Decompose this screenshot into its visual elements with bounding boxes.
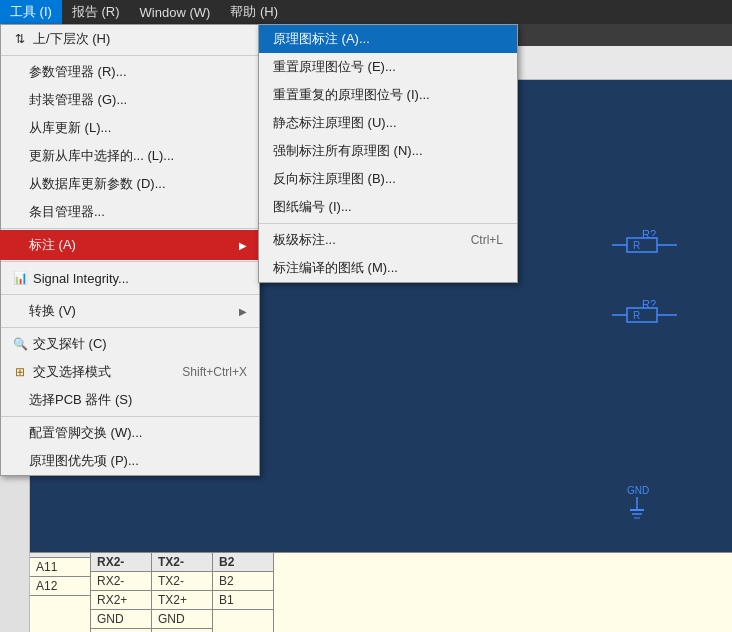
convert-arrow-icon: ▶ (239, 306, 247, 317)
menu-label-pad-swap: 配置管脚交换 (W)... (29, 424, 247, 442)
submenu-item-reverse-annotate[interactable]: 反向标注原理图 (B)... (259, 165, 517, 193)
submenu-label-annotate-sch: 原理图标注 (A)... (273, 30, 370, 48)
annotate-submenu: 原理图标注 (A)... 重置原理图位号 (E)... 重置重复的原理图位号 (… (258, 24, 518, 283)
menubar: 工具 (I) 报告 (R) Window (W) 帮助 (H) (0, 0, 732, 24)
bt-cell-2-1: RX2- (91, 572, 151, 591)
menu-item-select-pcb[interactable]: 选择PCB 器件 (S) (1, 386, 259, 414)
bottom-table-col-4: B2 B2 B1 (213, 553, 274, 632)
menu-sep-4 (1, 294, 259, 295)
submenu-item-reset-dup[interactable]: 重置重复的原理图位号 (I)... (259, 81, 517, 109)
submenu-sep-1 (259, 223, 517, 224)
resistor-value-1: R (633, 240, 640, 251)
menu-label-pkg-mgr: 封装管理器 (G)... (29, 91, 247, 109)
signal-integrity-icon: 📊 (11, 269, 29, 287)
menubar-report[interactable]: 报告 (R) (62, 0, 130, 24)
submenu-label-board-level: 板级标注... (273, 231, 336, 249)
menu-item-pad-swap[interactable]: 配置管脚交换 (W)... (1, 419, 259, 447)
submenu-label-annotate-compiled: 标注编译的图纸 (M)... (273, 259, 398, 277)
menu-sep-6 (1, 416, 259, 417)
menu-sep-2 (1, 228, 259, 229)
gnd-label-1: GND (627, 485, 649, 496)
resistor-value-2: R (633, 310, 640, 321)
bt-cell-3-3: GND (152, 610, 212, 629)
cross-select-icon: ⊞ (11, 363, 29, 381)
schematic-svg: R? R R? R (612, 220, 712, 380)
menu-label-cross-select: 交叉选择模式 (33, 363, 166, 381)
menu-item-up-down[interactable]: ⇅ 上/下层次 (H) (1, 25, 259, 53)
up-down-icon: ⇅ (11, 30, 29, 48)
menu-label-update-params-db: 从数据库更新参数 (D)... (29, 175, 247, 193)
menu-label-up-down: 上/下层次 (H) (33, 30, 247, 48)
menu-item-signal-integrity[interactable]: 📊 Signal Integrity... (1, 264, 259, 292)
svg-rect-4 (627, 308, 657, 322)
submenu-item-sheet-numbering[interactable]: 图纸编号 (I)... (259, 193, 517, 221)
submenu-item-board-level[interactable]: 板级标注... Ctrl+L (259, 226, 517, 254)
menu-label-convert: 转换 (V) (29, 302, 239, 320)
bt-cell-4-2: B1 (213, 591, 273, 610)
bt-cell-1-1: A11 (30, 558, 90, 577)
menu-item-sch-prefs[interactable]: 原理图优先项 (P)... (1, 447, 259, 475)
bt-cell-3-2: TX2+ (152, 591, 212, 610)
menubar-help[interactable]: 帮助 (H) (220, 0, 288, 24)
bt-header-2: RX2- (91, 553, 151, 572)
submenu-label-reset-pos: 重置原理图位号 (E)... (273, 58, 396, 76)
submenu-item-force-annotate[interactable]: 强制标注所有原理图 (N)... (259, 137, 517, 165)
menu-label-update-sel: 更新从库中选择的... (L)... (29, 147, 247, 165)
bottom-table-col-2: RX2- RX2- RX2+ GND (91, 553, 152, 632)
submenu-label-force-annotate: 强制标注所有原理图 (N)... (273, 142, 423, 160)
menu-item-cross-probe[interactable]: 🔍 交叉探针 (C) (1, 330, 259, 358)
menu-item-update-params-db[interactable]: 从数据库更新参数 (D)... (1, 170, 259, 198)
annotate-arrow-icon: ▶ (239, 240, 247, 251)
menubar-tools[interactable]: 工具 (I) (0, 0, 62, 24)
bt-cell-2-3: GND (91, 610, 151, 629)
menu-item-update-from-lib[interactable]: 从库更新 (L)... (1, 114, 259, 142)
menu-label-sch-prefs: 原理图优先项 (P)... (29, 452, 247, 470)
cross-select-shortcut: Shift+Ctrl+X (182, 365, 247, 379)
bt-cell-4-1: B2 (213, 572, 273, 591)
submenu-label-reverse-annotate: 反向标注原理图 (B)... (273, 170, 396, 188)
cross-probe-icon: 🔍 (11, 335, 29, 353)
menu-item-cross-select[interactable]: ⊞ 交叉选择模式 Shift+Ctrl+X (1, 358, 259, 386)
submenu-item-static-annotate[interactable]: 静态标注原理图 (U)... (259, 109, 517, 137)
submenu-label-sheet-numbering: 图纸编号 (I)... (273, 198, 352, 216)
menu-label-select-pcb: 选择PCB 器件 (S) (29, 391, 247, 409)
bottom-table: A11 A12 RX2- RX2- RX2+ GND TX2- TX2- TX2… (30, 552, 732, 632)
submenu-item-reset-pos[interactable]: 重置原理图位号 (E)... (259, 53, 517, 81)
menu-item-param-mgr[interactable]: 参数管理器 (R)... (1, 58, 259, 86)
bt-cell-3-1: TX2- (152, 572, 212, 591)
menu-label-update-from-lib: 从库更新 (L)... (29, 119, 247, 137)
menu-sep-1 (1, 55, 259, 56)
submenu-label-reset-dup: 重置重复的原理图位号 (I)... (273, 86, 430, 104)
menu-item-annotate[interactable]: 标注 (A) ▶ (1, 231, 259, 259)
submenu-item-annotate-sch[interactable]: 原理图标注 (A)... (259, 25, 517, 53)
gnd-svg: GND (622, 482, 672, 532)
bottom-table-col-3: TX2- TX2- TX2+ GND (152, 553, 213, 632)
menu-item-convert[interactable]: 转换 (V) ▶ (1, 297, 259, 325)
menu-item-pkg-mgr[interactable]: 封装管理器 (G)... (1, 86, 259, 114)
menu-item-bom-mgr[interactable]: 条目管理器... (1, 198, 259, 226)
menu-sep-3 (1, 261, 259, 262)
tools-dropdown: ⇅ 上/下层次 (H) 参数管理器 (R)... 封装管理器 (G)... 从库… (0, 24, 260, 476)
menu-item-update-sel[interactable]: 更新从库中选择的... (L)... (1, 142, 259, 170)
svg-rect-1 (627, 238, 657, 252)
submenu-label-static-annotate: 静态标注原理图 (U)... (273, 114, 397, 132)
bt-cell-2-2: RX2+ (91, 591, 151, 610)
menu-sep-5 (1, 327, 259, 328)
bt-header-4: B2 (213, 553, 273, 572)
menu-label-bom-mgr: 条目管理器... (29, 203, 247, 221)
submenu-item-annotate-compiled[interactable]: 标注编译的图纸 (M)... (259, 254, 517, 282)
menu-label-annotate: 标注 (A) (29, 236, 239, 254)
bottom-table-col-1: A11 A12 (30, 553, 91, 632)
menu-label-param-mgr: 参数管理器 (R)... (29, 63, 247, 81)
bt-header-3: TX2- (152, 553, 212, 572)
menubar-window[interactable]: Window (W) (130, 2, 221, 23)
menu-label-signal-integrity: Signal Integrity... (33, 271, 247, 286)
board-level-shortcut: Ctrl+L (471, 233, 503, 247)
menu-label-cross-probe: 交叉探针 (C) (33, 335, 247, 353)
bt-cell-1-2: A12 (30, 577, 90, 596)
